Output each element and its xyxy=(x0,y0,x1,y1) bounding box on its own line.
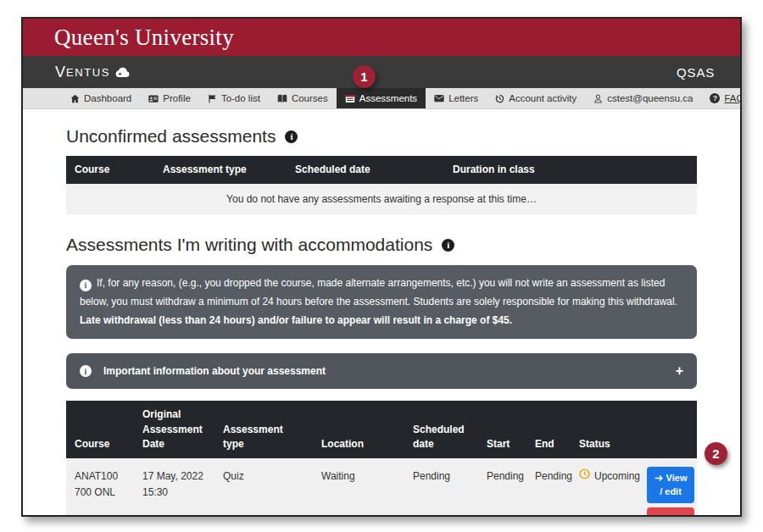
faq-link[interactable]: ? FAQ xyxy=(701,88,742,108)
list-icon xyxy=(345,94,355,103)
accordion-title: Important information about your assessm… xyxy=(103,365,326,377)
cell-start: Pending xyxy=(478,458,526,517)
nav-item-todo-list[interactable]: To-do list xyxy=(199,88,269,108)
section-title-writing: Assessments I'm writing with accommodati… xyxy=(66,235,697,255)
column-header: Start xyxy=(478,401,526,458)
withdraw-button[interactable]: Withdraw xyxy=(647,507,694,517)
column-header: Assessment type xyxy=(154,156,287,184)
cell-scheduled-date: Pending xyxy=(404,458,478,517)
cloud-icon xyxy=(115,67,130,78)
nav-item-courses[interactable]: Courses xyxy=(269,88,337,108)
info-icon: i xyxy=(80,280,92,291)
annotation-step-1: 1 xyxy=(353,65,376,88)
page-content: Unconfirmed assessments i Course Assessm… xyxy=(23,126,740,517)
unconfirmed-assessments-table: Course Assessment type Scheduled date Du… xyxy=(66,156,697,214)
section-title-unconfirmed: Unconfirmed assessments i xyxy=(66,126,697,147)
envelope-icon xyxy=(434,94,444,103)
info-icon[interactable]: i xyxy=(285,130,298,143)
important-info-accordion[interactable]: i Important information about your asses… xyxy=(66,353,697,389)
question-circle-icon: ? xyxy=(710,93,720,103)
column-header: Location xyxy=(313,401,404,458)
column-header: Scheduled date xyxy=(404,401,478,458)
user-account-link[interactable]: cstest@queensu.ca xyxy=(585,88,701,108)
home-icon xyxy=(70,94,80,103)
cell-location: Waiting xyxy=(313,458,404,517)
nav-item-profile[interactable]: Profile xyxy=(140,88,199,108)
expand-plus-icon[interactable]: + xyxy=(676,364,683,378)
table-header-row: Course Original Assessment Date Assessme… xyxy=(66,401,697,458)
nav-item-account-activity[interactable]: Account activity xyxy=(487,88,585,108)
annotation-step-2: 2 xyxy=(705,442,727,465)
main-nav: Dashboard Profile To-do list Courses Ass… xyxy=(23,88,740,109)
assessment-row: ANAT100 700 ONL 17 May, 2022 15:30 Quiz … xyxy=(66,458,697,517)
org-label: QSAS xyxy=(677,65,715,80)
app-window: Queen's University VENTUS QSAS Dashboard… xyxy=(21,17,742,517)
column-header: Assessment type xyxy=(214,401,313,458)
nav-right-group: cstest@queensu.ca ? FAQ Logout xyxy=(585,88,742,108)
empty-state-message: You do not have any assessments awaiting… xyxy=(66,184,697,214)
column-header: Status xyxy=(571,401,642,458)
notice-bold-text: Late withdrawal (less than 24 hours) and… xyxy=(80,314,512,326)
column-header: Course xyxy=(66,401,134,458)
nav-item-dashboard[interactable]: Dashboard xyxy=(62,88,140,108)
clock-icon xyxy=(579,468,590,485)
notice-text: If, for any reason, (e.g., you dropped t… xyxy=(80,277,677,308)
cell-status: Upcoming xyxy=(571,458,642,517)
app-brand-bar: VENTUS QSAS xyxy=(23,56,740,88)
column-header: Scheduled date xyxy=(287,156,444,184)
nav-item-assessments[interactable]: Assessments xyxy=(337,88,426,108)
university-masthead: Queen's University xyxy=(23,19,740,56)
info-icon[interactable]: i xyxy=(442,239,454,252)
id-card-icon xyxy=(148,94,159,103)
university-logo: Queen's University xyxy=(54,25,234,51)
withdrawal-notice: iIf, for any reason, (e.g., you dropped … xyxy=(66,265,697,339)
nav-item-letters[interactable]: Letters xyxy=(426,88,487,108)
column-header: Duration in class xyxy=(444,156,697,184)
x-icon xyxy=(649,513,693,517)
flag-icon xyxy=(208,94,217,103)
cell-course: ANAT100 700 ONL xyxy=(66,458,134,517)
status-badge: Upcoming xyxy=(594,468,640,485)
history-icon xyxy=(495,94,504,103)
view-edit-button[interactable]: View / edit xyxy=(647,467,694,503)
cell-original-date: 17 May, 2022 15:30 xyxy=(134,458,214,517)
ventus-logo: VENTUS xyxy=(55,64,130,81)
page: Queen's University VENTUS QSAS Dashboard… xyxy=(0,0,763,532)
column-header: End xyxy=(526,401,571,458)
cell-end: Pending xyxy=(526,458,571,517)
writing-assessments-table: Course Original Assessment Date Assessme… xyxy=(66,401,697,517)
column-header-actions xyxy=(642,401,697,458)
table-header-row: Course Assessment type Scheduled date Du… xyxy=(66,156,697,184)
user-icon xyxy=(593,94,603,103)
empty-state-row: You do not have any assessments awaiting… xyxy=(66,184,697,214)
info-icon: i xyxy=(80,365,92,377)
book-icon xyxy=(277,94,287,103)
cell-actions: View / edit Withdraw xyxy=(642,458,697,517)
column-header: Course xyxy=(66,156,154,184)
cell-assessment-type: Quiz xyxy=(214,458,313,517)
column-header: Original Assessment Date xyxy=(134,401,214,458)
